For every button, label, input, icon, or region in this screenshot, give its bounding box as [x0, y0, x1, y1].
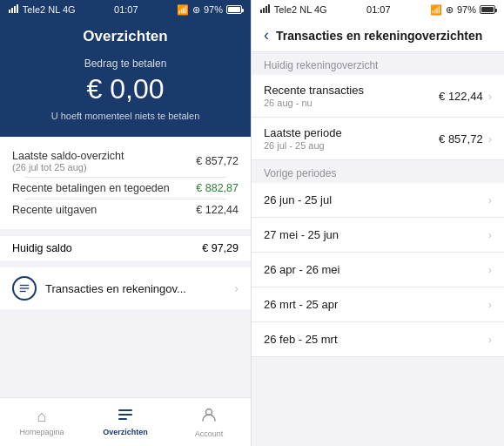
overzichten-icon	[117, 408, 134, 426]
period-label-4: 26 feb - 25 mrt	[264, 333, 488, 346]
svg-rect-5	[118, 418, 127, 420]
tab-homepagina[interactable]: ⌂ Homepagina	[0, 408, 84, 436]
item-title-0: Recente transacties	[264, 84, 439, 97]
period-label-1: 27 mei - 25 jun	[264, 228, 488, 241]
right-status-bar: Tele2 NL 4G 01:07 📶 ⊛ 97%	[252, 0, 504, 19]
amount-subtitle: U hoeft momenteel niets te betalen	[14, 111, 237, 121]
left-time: 01:07	[114, 4, 138, 15]
amount-label: Bedrag te betalen	[14, 57, 237, 70]
tab-bar: ⌂ Homepagina Overzichten Account	[0, 397, 251, 446]
info-value-0: € 857,72	[196, 155, 239, 167]
right-carrier: Tele2 NL 4G	[260, 4, 327, 15]
period-label-2: 26 apr - 26 mei	[264, 263, 488, 276]
list-item-recente-transacties[interactable]: Recente transacties 26 aug - nu € 122,44…	[252, 75, 504, 118]
svg-rect-3	[118, 409, 132, 411]
item-chevron-0: ›	[488, 90, 492, 103]
info-section: Laatste saldo-overzicht (26 jul tot 25 a…	[0, 137, 251, 229]
page-title: Overzichten	[14, 28, 237, 45]
list-item-feb-mrt[interactable]: 26 feb - 25 mrt ›	[252, 322, 504, 357]
info-row-2: Recente uitgaven € 122,44	[12, 199, 239, 220]
left-panel: Tele2 NL 4G 01:07 📶 ⊛ 97% Overzichten Be…	[0, 0, 252, 446]
amount-display: € 0,00	[14, 73, 237, 105]
period-label-3: 26 mrt - 25 apr	[264, 298, 488, 311]
back-button[interactable]: ‹	[264, 26, 269, 44]
section-header-previous: Vorige periodes	[252, 160, 504, 183]
right-status-icons: 📶 ⊛ 97%	[430, 4, 495, 16]
left-carrier: Tele2 NL 4G	[9, 4, 76, 15]
info-sublabel-0: (26 jul tot 25 aug)	[12, 162, 124, 172]
info-label-2: Recente uitgaven	[12, 204, 97, 216]
section-header-current: Huidig rekeningoverzicht	[252, 52, 504, 75]
period-chevron-2: ›	[488, 263, 492, 276]
tab-account-label: Account	[195, 429, 224, 438]
period-chevron-0: ›	[488, 193, 492, 206]
tab-homepagina-label: Homepagina	[19, 428, 64, 436]
left-status-icons: 📶 ⊛ 97%	[177, 4, 242, 16]
item-value-1: € 857,72	[439, 132, 483, 145]
list-item-apr-mei[interactable]: 26 apr - 26 mei ›	[252, 253, 504, 287]
blue-header: Overzichten Bedrag te betalen € 0,00 U h…	[0, 19, 251, 137]
right-time: 01:07	[366, 4, 391, 15]
info-value-1: € 882,87	[196, 182, 239, 194]
right-battery-icon	[480, 5, 495, 14]
tab-overzichten-label: Overzichten	[103, 428, 148, 436]
info-row-0: Laatste saldo-overzicht (26 jul tot 25 a…	[12, 145, 239, 177]
home-icon: ⌂	[37, 408, 47, 426]
svg-rect-4	[118, 414, 132, 416]
period-chevron-1: ›	[488, 228, 492, 241]
item-subtitle-1: 26 jul - 25 aug	[264, 140, 439, 151]
left-status-bar: Tele2 NL 4G 01:07 📶 ⊛ 97%	[0, 0, 251, 19]
right-panel: Tele2 NL 4G 01:07 📶 ⊛ 97% ‹ Transacties …	[252, 0, 504, 446]
transactions-icon	[12, 276, 37, 301]
transactions-svg-icon	[18, 282, 30, 294]
right-nav-title: Transacties en rekeningoverzichten	[276, 29, 492, 43]
period-label-0: 26 jun - 25 jul	[264, 193, 488, 206]
period-chevron-4: ›	[488, 333, 492, 346]
info-label-0: Laatste saldo-overzicht	[12, 150, 124, 162]
transactions-chevron: ›	[234, 281, 239, 295]
transactions-label: Transacties en rekeningov...	[45, 282, 234, 295]
list-item-mei-jun[interactable]: 27 mei - 25 jun ›	[252, 218, 504, 253]
info-label-1: Recente betalingen en tegoeden	[12, 182, 170, 194]
huidig-value: € 97,29	[202, 242, 239, 254]
tab-overzichten[interactable]: Overzichten	[84, 408, 167, 436]
transactions-row[interactable]: Transacties en rekeningov... ›	[0, 267, 251, 309]
account-icon	[200, 406, 218, 428]
period-chevron-3: ›	[488, 298, 492, 311]
info-row-1: Recente betalingen en tegoeden € 882,87	[12, 178, 239, 199]
battery-icon	[226, 5, 242, 14]
right-nav: ‹ Transacties en rekeningoverzichten	[252, 19, 504, 52]
list-item-laatste-periode[interactable]: Laatste periode 26 jul - 25 aug € 857,72…	[252, 118, 504, 160]
list-item-mrt-apr[interactable]: 26 mrt - 25 apr ›	[252, 287, 504, 322]
spacer-1	[0, 229, 251, 236]
item-subtitle-0: 26 aug - nu	[264, 98, 439, 108]
item-chevron-1: ›	[488, 132, 492, 145]
item-value-0: € 122,44	[439, 90, 483, 103]
item-title-1: Laatste periode	[264, 126, 439, 139]
list-item-jun-jul[interactable]: 26 jun - 25 jul ›	[252, 183, 504, 218]
tab-account[interactable]: Account	[167, 406, 251, 438]
bottom-spacer	[0, 309, 251, 397]
huidig-label: Huidig saldo	[12, 242, 72, 254]
spacer-2	[0, 260, 251, 267]
huidig-saldo-row: Huidig saldo € 97,29	[0, 236, 251, 260]
info-value-2: € 122,44	[196, 204, 239, 216]
